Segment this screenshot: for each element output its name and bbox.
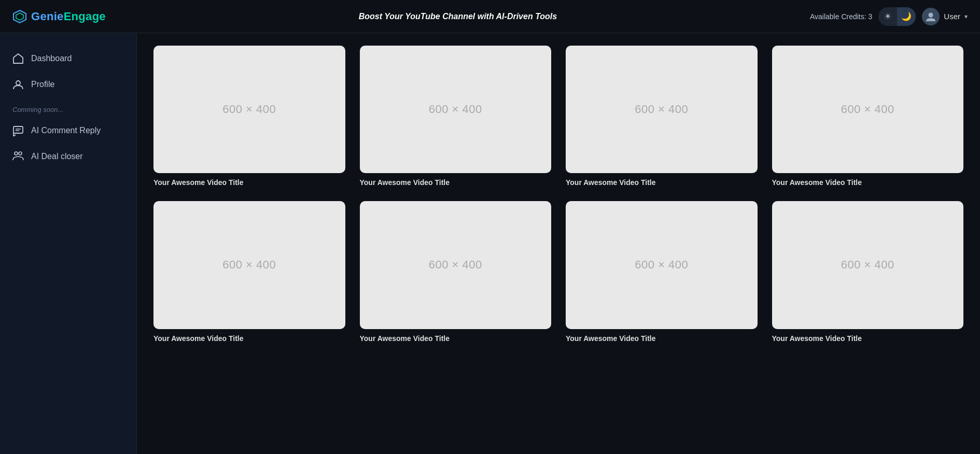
coming-soon-label: Comming soon... [0, 97, 136, 118]
sidebar-item-ai-comment-reply[interactable]: AI Comment Reply [0, 118, 136, 144]
video-thumbnail: 600 × 400 [153, 46, 345, 173]
video-card[interactable]: 600 × 400Your Awesome Video Title [772, 201, 964, 342]
credits-text: Available Credits: 3 [810, 12, 872, 21]
svg-marker-1 [16, 13, 23, 20]
video-thumbnail: 600 × 400 [566, 46, 758, 173]
video-title: Your Awesome Video Title [772, 178, 964, 187]
svg-rect-5 [13, 126, 23, 133]
video-thumbnail: 600 × 400 [772, 46, 964, 173]
sidebar-item-ai-deal-closer[interactable]: AI Deal closer [0, 144, 136, 169]
logo[interactable]: GenieEngage [12, 9, 106, 24]
theme-sun-button[interactable]: ☀ [878, 7, 897, 26]
svg-marker-3 [13, 54, 23, 63]
svg-point-2 [929, 12, 933, 17]
user-area[interactable]: User ▾ [922, 8, 968, 25]
video-card[interactable]: 600 × 400Your Awesome Video Title [566, 46, 758, 187]
video-thumbnail: 600 × 400 [360, 46, 552, 173]
video-card[interactable]: 600 × 400Your Awesome Video Title [772, 46, 964, 187]
layout: Dashboard Profile Comming soon... AI Com… [0, 33, 980, 454]
deal-closer-icon [12, 151, 24, 162]
header: GenieEngage Boost Your YouTube Channel w… [0, 0, 980, 33]
video-thumbnail: 600 × 400 [772, 201, 964, 329]
video-thumbnail: 600 × 400 [566, 201, 758, 329]
svg-point-8 [15, 152, 18, 155]
video-title: Your Awesome Video Title [153, 178, 345, 187]
video-title: Your Awesome Video Title [566, 334, 758, 343]
sidebar-item-label-ai-comment-reply: AI Comment Reply [31, 126, 101, 135]
video-card[interactable]: 600 × 400Your Awesome Video Title [153, 46, 345, 187]
logo-text: GenieEngage [31, 10, 106, 23]
header-right: Available Credits: 3 ☀ 🌙 User ▾ [810, 7, 968, 26]
sidebar-item-profile[interactable]: Profile [0, 72, 136, 97]
comment-reply-icon [12, 125, 24, 136]
header-title: Boost Your YouTube Channel with AI-Drive… [106, 12, 810, 21]
video-title: Your Awesome Video Title [360, 334, 552, 343]
video-card[interactable]: 600 × 400Your Awesome Video Title [566, 201, 758, 342]
sidebar-item-label-profile: Profile [31, 80, 54, 89]
sidebar: Dashboard Profile Comming soon... AI Com… [0, 33, 137, 454]
theme-toggle-group: ☀ 🌙 [878, 7, 916, 26]
svg-point-4 [16, 81, 20, 85]
profile-icon [12, 79, 24, 90]
svg-marker-0 [13, 10, 26, 23]
video-card[interactable]: 600 × 400Your Awesome Video Title [153, 201, 345, 342]
video-title: Your Awesome Video Title [153, 334, 345, 343]
video-thumbnail: 600 × 400 [153, 201, 345, 329]
sidebar-item-label-dashboard: Dashboard [31, 54, 72, 63]
video-title: Your Awesome Video Title [772, 334, 964, 343]
sidebar-item-dashboard[interactable]: Dashboard [0, 46, 136, 72]
video-title: Your Awesome Video Title [566, 178, 758, 187]
sidebar-item-label-ai-deal-closer: AI Deal closer [31, 152, 83, 161]
chevron-down-icon: ▾ [964, 13, 968, 20]
logo-icon [12, 9, 27, 24]
user-name: User [944, 12, 960, 21]
avatar [922, 8, 940, 25]
video-title: Your Awesome Video Title [360, 178, 552, 187]
logo-genie: Genie [31, 10, 64, 23]
video-thumbnail: 600 × 400 [360, 201, 552, 329]
moon-icon: 🌙 [901, 11, 912, 21]
svg-point-9 [19, 152, 22, 155]
video-card[interactable]: 600 × 400Your Awesome Video Title [360, 201, 552, 342]
video-card[interactable]: 600 × 400Your Awesome Video Title [360, 46, 552, 187]
theme-moon-button[interactable]: 🌙 [897, 7, 916, 26]
sun-icon: ☀ [884, 11, 891, 21]
logo-engage: Engage [64, 10, 106, 23]
dashboard-icon [12, 53, 24, 64]
video-grid: 600 × 400Your Awesome Video Title600 × 4… [153, 46, 963, 343]
user-avatar-icon [925, 11, 936, 22]
main-content: 600 × 400Your Awesome Video Title600 × 4… [137, 33, 980, 454]
